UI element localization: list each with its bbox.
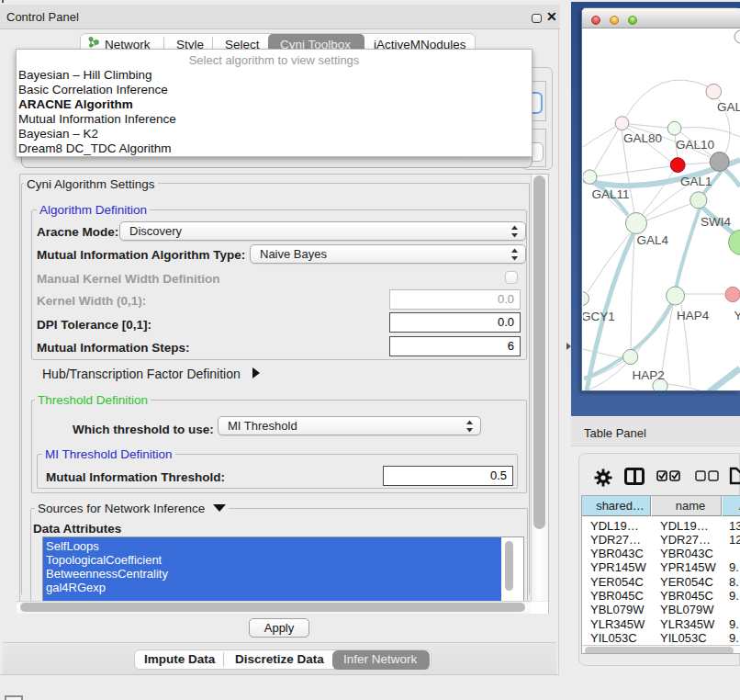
svg-text:HAP4: HAP4 [677,309,710,322]
svg-text:HAP2: HAP2 [633,368,665,382]
svg-text:SWI4: SWI4 [701,215,731,229]
svg-text:YD: YD [734,309,740,322]
svg-text:GAL10: GAL10 [676,138,714,152]
svg-text:GAL11: GAL11 [592,187,630,201]
svg-text:GAL4: GAL4 [637,233,669,247]
svg-text:GAL: GAL [717,100,740,114]
svg-text:GAL80: GAL80 [623,131,662,145]
svg-text:GAL1: GAL1 [680,175,712,188]
svg-text:GCY1: GCY1 [583,310,615,323]
